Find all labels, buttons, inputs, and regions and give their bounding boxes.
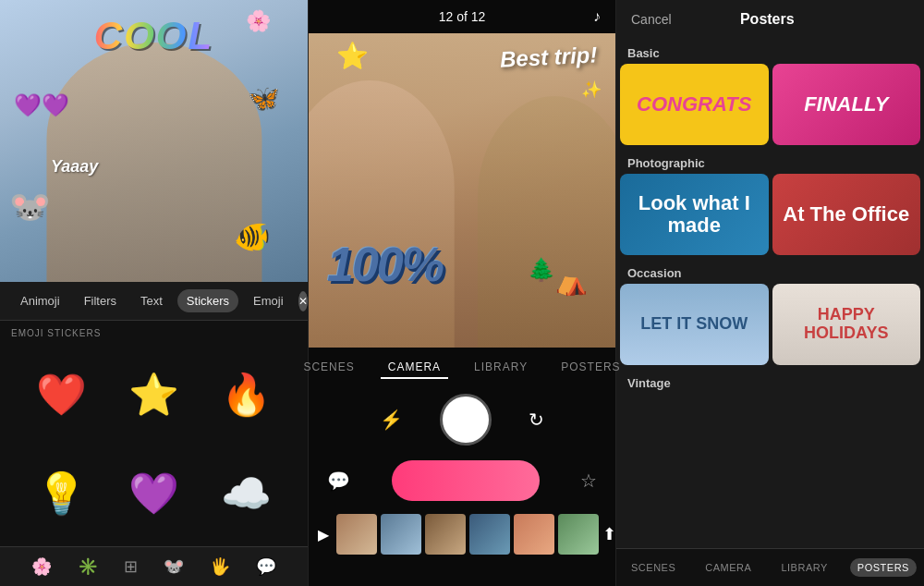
poster-happy-holidays[interactable]: HAPPY HOLIDAYS — [772, 284, 921, 365]
mickey-sticker: 🐭 — [9, 188, 51, 226]
close-tabs-button[interactable]: ✕ — [298, 291, 308, 311]
star-outline-icon[interactable]: ☆ — [580, 470, 597, 492]
music-icon[interactable]: ♪ — [593, 8, 601, 25]
p3-nav-camera[interactable]: CAMERA — [698, 558, 759, 577]
film-thumb-4[interactable] — [469, 514, 510, 555]
record-row: 💬 ☆ — [309, 455, 615, 507]
yaaay-sticker: Yaaay — [51, 157, 98, 177]
poster-holiday-text: HAPPY HOLIDAYS — [772, 299, 921, 350]
poster-snow-text: LET IT SNOW — [633, 308, 755, 341]
tab-stickers[interactable]: Stickers — [177, 289, 238, 312]
film-thumb-6[interactable] — [558, 514, 599, 555]
photographic-section-label: Photographic — [616, 149, 924, 174]
capture-button[interactable] — [440, 394, 492, 446]
poster-look-text: Look what I made — [620, 185, 769, 244]
poster-at-office[interactable]: At The Office — [772, 174, 921, 255]
occasion-section-label: Occasion — [616, 259, 924, 284]
film-thumb-3[interactable] — [425, 514, 466, 555]
tab-text[interactable]: Text — [131, 289, 172, 312]
nemo-sticker: 🐠 — [234, 219, 271, 254]
bottom-icon-sparkle[interactable]: ✳️ — [78, 556, 98, 577]
camera-controls: ⚡ ↻ — [309, 385, 615, 455]
star-sticker-2: ✨ — [581, 79, 602, 100]
emoji-purple-heart[interactable]: 💜 — [111, 448, 196, 540]
bottom-icon-bar: 🌸 ✳️ ⊞ 🐭 🖐️ 💬 — [0, 546, 308, 586]
poster-congrats-text: CONGRATS — [629, 86, 759, 123]
vintage-section-label: Vintage — [616, 369, 924, 394]
emoji-section-label: EMOJI STICKERS — [0, 321, 308, 342]
main-photo-view: ⭐ Best trip! ✨ 100% 🌲 ⛺ — [309, 33, 615, 348]
bottom-icon-heart[interactable]: 🌸 — [31, 556, 52, 577]
person1-silhouette — [309, 80, 455, 348]
butterfly-sticker: 🦋 — [248, 83, 280, 114]
emoji-fire[interactable]: 🔥 — [204, 349, 289, 441]
star-sticker-1: ⭐ — [336, 41, 369, 71]
slide-counter: 12 of 12 — [439, 9, 486, 24]
emoji-heart[interactable]: ❤️ — [18, 349, 103, 441]
p3-nav-library[interactable]: LIBRARY — [773, 558, 834, 577]
share-icon[interactable]: ⬆ — [602, 524, 615, 544]
emoji-grid: ❤️ ⭐ 🔥 💡 💜 ☁️ — [0, 342, 308, 546]
flash-icon[interactable]: ⚡ — [380, 409, 403, 431]
panel3-title: Posters — [740, 11, 795, 28]
tab-animoji[interactable]: Animoji — [11, 289, 69, 312]
basic-section-label: Basic — [616, 39, 924, 64]
tab-emoji[interactable]: Emoji — [244, 289, 293, 312]
bottom-icon-grid[interactable]: ⊞ — [124, 556, 138, 577]
tent-sticker: ⛺ — [555, 266, 588, 297]
record-button[interactable] — [392, 460, 540, 501]
person2-silhouette — [478, 96, 615, 348]
poster-finally-text: FINALLY — [796, 86, 895, 123]
nav-posters[interactable]: POSTERS — [553, 357, 627, 379]
bottom-icon-mickey[interactable]: 🐭 — [164, 556, 184, 577]
nav-camera[interactable]: CAMERA — [381, 357, 448, 379]
cool-sticker: COOL — [94, 14, 213, 58]
panel3-bottom-nav: SCENES CAMERA LIBRARY POSTERS — [616, 548, 924, 586]
poster-finally[interactable]: FINALLY — [772, 64, 921, 145]
panel2-header: 12 of 12 ♪ — [309, 0, 615, 33]
emoji-star[interactable]: ⭐ — [111, 349, 196, 441]
poster-look-what[interactable]: Look what I made — [620, 174, 769, 255]
tree-sticker: 🌲 — [528, 257, 555, 283]
p3-nav-scenes[interactable]: SCENES — [624, 558, 683, 577]
editor-tabs: Animoji Filters Text Stickers Emoji ✕ — [0, 282, 308, 321]
filmstrip: ▶ ⬆ — [309, 507, 615, 562]
poster-congrats[interactable]: CONGRATS — [620, 64, 769, 145]
camera-nav: SCENES CAMERA LIBRARY POSTERS — [309, 348, 615, 385]
cancel-button[interactable]: Cancel — [631, 12, 672, 27]
emoji-bulb[interactable]: 💡 — [18, 448, 103, 540]
stickers-panel: COOL 🌸 💜💜 🦋 🐭 🐠 Yaaay Animoji Filters Te… — [0, 0, 308, 586]
flower-sticker: 🌸 — [246, 9, 271, 33]
best-trip-sticker: Best trip! — [499, 42, 598, 72]
bottom-icon-hand[interactable]: 🖐️ — [210, 556, 230, 577]
emoji-cloud[interactable]: ☁️ — [204, 448, 289, 540]
nav-library[interactable]: LIBRARY — [467, 357, 535, 379]
photo-preview: COOL 🌸 💜💜 🦋 🐭 🐠 Yaaay — [0, 0, 308, 282]
tab-filters[interactable]: Filters — [75, 289, 126, 312]
p3-nav-posters[interactable]: POSTERS — [850, 558, 917, 577]
play-button[interactable]: ▶ — [318, 526, 329, 543]
poster-let-it-snow[interactable]: LET IT SNOW — [620, 284, 769, 365]
posters-header: Cancel Posters — [616, 0, 924, 39]
basic-posters-grid: CONGRATS FINALLY — [616, 64, 924, 149]
hundred-sticker: 100% — [327, 237, 443, 292]
photographic-posters-grid: Look what I made At The Office — [616, 174, 924, 259]
bottom-icon-chat[interactable]: 💬 — [256, 556, 276, 577]
hearts-sticker: 💜💜 — [14, 92, 69, 118]
posters-panel: Cancel Posters Basic CONGRATS FINALLY Ph… — [616, 0, 924, 586]
film-thumb-2[interactable] — [381, 514, 421, 555]
speech-bubble-icon[interactable]: 💬 — [327, 470, 350, 492]
nav-scenes[interactable]: SCENES — [296, 357, 361, 379]
camera-panel: 12 of 12 ♪ ⭐ Best trip! ✨ 100% 🌲 ⛺ SCENE… — [308, 0, 616, 586]
film-thumb-1[interactable] — [336, 514, 377, 555]
film-thumb-5[interactable] — [514, 514, 554, 555]
occasion-posters-grid: LET IT SNOW HAPPY HOLIDAYS — [616, 284, 924, 369]
flip-camera-icon[interactable]: ↻ — [529, 409, 544, 431]
poster-office-text: At The Office — [775, 196, 917, 233]
